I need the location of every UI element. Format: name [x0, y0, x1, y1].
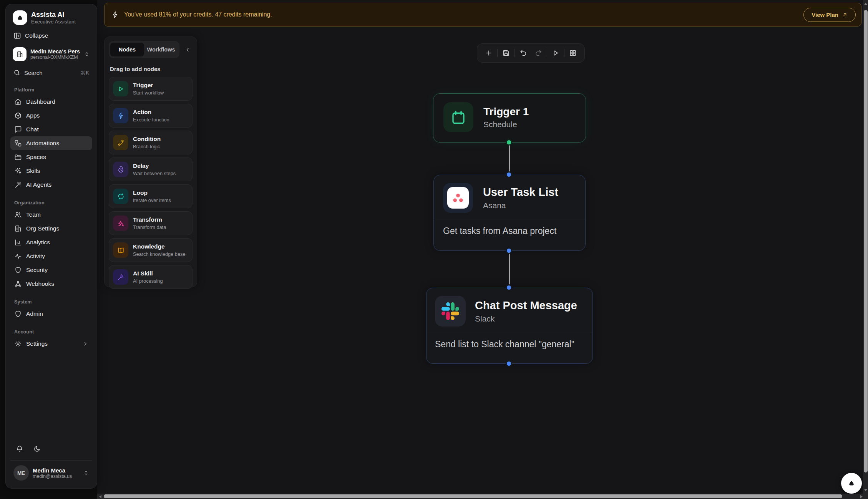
sidebar-item-spaces[interactable]: Spaces: [10, 150, 92, 164]
refresh-icon: [113, 189, 128, 204]
palette-item-title: Trigger: [133, 82, 164, 89]
palette-item-subtitle: Iterate over items: [133, 197, 171, 203]
palette-item-title: Delay: [133, 162, 176, 170]
gear-icon: [14, 340, 22, 348]
palette-heading: Drag to add nodes: [110, 66, 191, 72]
sidebar-item-automations[interactable]: Automations: [10, 136, 92, 150]
user-name: Medin Meca: [33, 467, 79, 474]
palette-item-action[interactable]: Action Execute function: [109, 104, 193, 128]
palette-item-subtitle: Search knowledge base: [133, 251, 186, 257]
palette-list: Trigger Start workflow Action Execute fu…: [109, 77, 193, 289]
folder-icon: [14, 153, 22, 161]
scroll-down-arrow[interactable]: [864, 489, 867, 491]
palette-item-title: Action: [133, 109, 169, 116]
sidebar-item-label: Automations: [26, 140, 59, 147]
edge-trigger-to-asana: [509, 143, 510, 175]
workspace-selector[interactable]: Medin Meca's Perso... personal-OXMMkXZM: [10, 45, 92, 63]
vertical-scrollbar-thumb[interactable]: [864, 10, 868, 472]
building-icon: [14, 225, 22, 232]
sidebar-item-analytics[interactable]: Analytics: [10, 235, 92, 249]
workflow-node-trigger[interactable]: Trigger 1 Schedule: [433, 93, 586, 143]
zap-icon: [111, 11, 119, 18]
notifications-bell-icon[interactable]: [16, 445, 23, 453]
sidebar-item-dashboard[interactable]: Dashboard: [10, 95, 92, 109]
add-node-button[interactable]: [482, 46, 495, 60]
sidebar-item-security[interactable]: Security: [10, 263, 92, 277]
node-description: Send list to Slack channel "general": [427, 333, 592, 356]
input-port-slack[interactable]: [506, 284, 512, 291]
sparkles-icon: [113, 216, 128, 231]
user-menu[interactable]: ME Medin Meca medin@assista.us: [10, 460, 92, 484]
tab-workflows[interactable]: Workflows: [144, 43, 178, 56]
shield-icon: [14, 266, 22, 274]
palette-item-title: Condition: [133, 136, 161, 143]
bar-chart-icon: [14, 239, 22, 246]
palette-item-knowledge[interactable]: Knowledge Search knowledge base: [109, 238, 193, 262]
node-subtitle: Asana: [483, 201, 558, 210]
palette-item-subtitle: Start workflow: [133, 90, 164, 96]
palette-item-subtitle: Branch logic: [133, 144, 161, 149]
output-port-asana[interactable]: [506, 247, 512, 254]
palette-item-ai-skill[interactable]: AI Skill AI processing: [109, 265, 193, 289]
view-plan-button[interactable]: View Plan: [803, 8, 856, 22]
app-logo-row: Assista AI Executive Assistant: [10, 10, 92, 25]
palette-item-trigger[interactable]: Trigger Start workflow: [109, 77, 193, 101]
sidebar-item-label: Spaces: [26, 154, 46, 161]
sidebar-item-apps[interactable]: Apps: [10, 109, 92, 123]
palette-item-title: Loop: [133, 189, 171, 197]
palette-item-title: AI Skill: [133, 270, 163, 277]
palette-item-transform[interactable]: Transform Transform data: [109, 211, 193, 235]
shield-icon: [14, 310, 22, 318]
dark-mode-moon-icon[interactable]: [33, 445, 41, 453]
sidebar-item-webhooks[interactable]: Webhooks: [10, 277, 92, 291]
vertical-scrollbar[interactable]: [863, 0, 868, 494]
palette-item-loop[interactable]: Loop Iterate over items: [109, 184, 193, 208]
palette-tabs: Nodes Workflows: [109, 41, 179, 58]
node-title: User Task List: [483, 186, 558, 199]
tab-nodes[interactable]: Nodes: [110, 43, 144, 56]
sidebar-item-ai-agents[interactable]: AI Agents: [10, 178, 92, 192]
scroll-up-arrow[interactable]: [864, 3, 867, 5]
sidebar-item-chat[interactable]: Chat: [10, 123, 92, 136]
horizontal-scrollbar-thumb[interactable]: [104, 494, 842, 498]
save-button[interactable]: [500, 46, 513, 60]
activity-icon: [14, 252, 22, 260]
workflow-node-asana[interactable]: User Task List Asana Get tasks from Asan…: [433, 175, 586, 251]
scroll-right-arrow[interactable]: [860, 495, 863, 498]
palette-item-condition[interactable]: Condition Branch logic: [109, 131, 193, 154]
run-workflow-button[interactable]: [549, 46, 562, 60]
search-button[interactable]: Search ⌘K: [10, 66, 92, 79]
scroll-left-arrow[interactable]: [99, 495, 101, 498]
home-icon: [14, 98, 22, 106]
toolbar-divider: [514, 49, 515, 57]
sidebar-item-settings[interactable]: Settings: [10, 337, 92, 351]
edge-asana-to-slack: [509, 251, 510, 288]
sidebar-item-label: Skills: [26, 167, 40, 174]
toolbar-divider: [564, 49, 564, 57]
credits-banner: You've used 81% of your credits. 47 cred…: [104, 3, 861, 27]
search-shortcut: ⌘K: [81, 70, 89, 76]
workflow-node-slack[interactable]: Chat Post Message Slack Send list to Sla…: [426, 288, 593, 364]
input-port-asana[interactable]: [506, 171, 512, 178]
sidebar-item-skills[interactable]: Skills: [10, 164, 92, 178]
palette-item-title: Knowledge: [133, 243, 186, 250]
undo-button[interactable]: [517, 46, 530, 60]
redo-button[interactable]: [532, 46, 545, 60]
sidebar-collapse-button[interactable]: Collapse: [10, 30, 92, 42]
auto-layout-grid-button[interactable]: [566, 46, 579, 60]
palette-item-delay[interactable]: Delay Wait between steps: [109, 157, 193, 181]
sidebar-item-label: Apps: [26, 112, 40, 119]
sidebar-item-activity[interactable]: Activity: [10, 249, 92, 263]
workflow-icon: [14, 139, 22, 147]
assistant-fab-button[interactable]: [841, 473, 862, 494]
output-port-slack[interactable]: [506, 360, 512, 367]
wand-icon: [113, 269, 128, 285]
timer-icon: [113, 162, 128, 177]
sidebar-item-admin[interactable]: Admin: [10, 307, 92, 321]
palette-collapse-button[interactable]: [183, 45, 193, 55]
book-open-icon: [113, 242, 128, 258]
sidebar-item-org-settings[interactable]: Org Settings: [10, 222, 92, 235]
horizontal-scrollbar[interactable]: [97, 494, 868, 499]
sidebar-item-team[interactable]: Team: [10, 208, 92, 222]
output-port-trigger[interactable]: [506, 139, 512, 146]
